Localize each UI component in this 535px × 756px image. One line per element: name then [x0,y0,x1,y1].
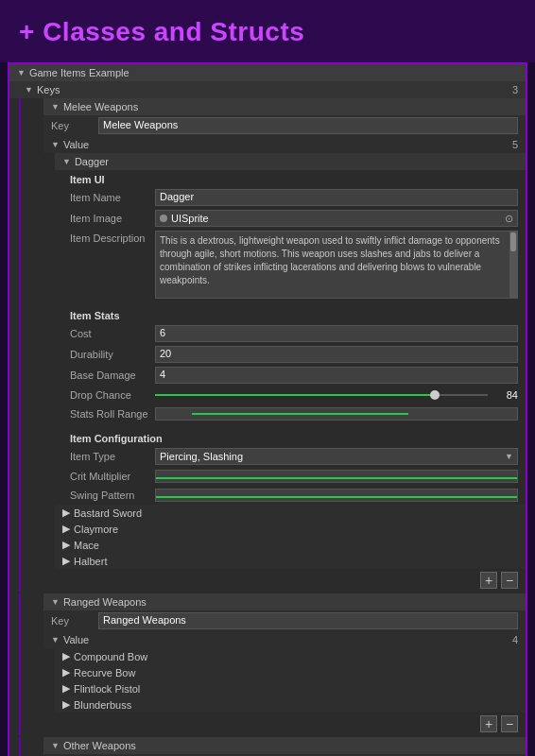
tri-down-icon: ▼ [17,68,26,77]
melee-add-remove: + − [43,569,526,592]
other-weapons-header[interactable]: ▼ Other Weapons [43,737,526,754]
drop-chance-slider[interactable] [155,387,488,403]
base-damage-label: Base Damage [70,369,155,381]
tri-down-value-icon: ▼ [51,140,60,149]
other-weapons-label: Other Weapons [63,740,136,751]
tree-root: ▼ Game Items Example [9,64,526,81]
durability-value: 20 [160,348,171,359]
inspector-panel: ▼ Game Items Example ▼ Keys 3 ▼ Melee We… [8,62,527,756]
melee-weapons-header[interactable]: ▼ Melee Weapons [43,98,526,115]
claymore-item[interactable]: ▶ Claymore [55,521,526,537]
melee-add-button[interactable]: + [480,572,497,589]
stats-roll-field[interactable] [155,407,518,421]
halbert-item[interactable]: ▶ Halbert [55,553,526,569]
melee-value-row: ▼ Value 5 [43,136,526,153]
cost-value: 6 [160,327,165,338]
drop-chance-value: 84 [492,389,518,401]
other-weapons-section: ▼ Other Weapons Key Other Weapons [19,737,526,756]
tri-right-icon-0: ▶ [62,507,70,519]
page-wrapper: + Classes and Structs ▼ Game Items Examp… [0,0,535,756]
ranged-key-row: Key Ranged Weapons [43,610,526,631]
ranged-value-count: 4 [512,634,518,645]
crit-mult-label: Crit Multiplier [70,471,155,482]
mace-item[interactable]: ▶ Mace [55,537,526,553]
bastard-sword-label: Bastard Sword [74,507,142,519]
ranged-remove-button[interactable]: − [501,715,518,732]
ranged-key-field[interactable]: Ranged Weapons [98,612,518,629]
mace-label: Mace [74,540,99,551]
durability-row: Durability 20 [62,344,526,365]
melee-weapons-section: ▼ Melee Weapons Key Melee Weapons ▼ Valu… [19,98,526,592]
claymore-label: Claymore [74,524,118,535]
item-desc-label: Item Description [70,231,155,244]
melee-value-label: Value [63,139,89,150]
item-ui-header: Item UI [62,170,526,187]
melee-remove-button[interactable]: − [501,572,518,589]
tri-right-icon-2: ▶ [62,539,70,551]
desc-scrollbar[interactable] [509,232,517,298]
item-name-field[interactable]: Dagger [155,189,518,206]
ranged-add-button[interactable]: + [480,715,497,732]
recurve-bow-item[interactable]: ▶ Recurve Bow [55,664,526,680]
item-name-value: Dagger [160,191,194,202]
base-damage-value: 4 [160,369,165,380]
crit-mult-line [156,477,517,479]
cost-row: Cost 6 [62,323,526,344]
melee-key-row: Key Melee Weapons [43,115,526,136]
melee-key-field[interactable]: Melee Weapons [98,117,518,134]
swing-pattern-field[interactable] [155,489,518,502]
ranged-value-row: ▼ Value 4 [43,631,526,648]
compound-bow-label: Compound Bow [74,651,147,662]
dagger-header[interactable]: ▼ Dagger [55,153,526,170]
item-config-header-text: Item Configuration [70,433,163,444]
dagger-inspector: Item UI Item Name Dagger Item Image [55,170,526,505]
base-damage-field[interactable]: 4 [155,367,518,384]
base-damage-row: Base Damage 4 [62,365,526,386]
tri-down-keys-icon: ▼ [25,85,33,94]
durability-field[interactable]: 20 [155,346,518,363]
bastard-sword-item[interactable]: ▶ Bastard Sword [55,505,526,521]
melee-value-count: 5 [512,139,518,150]
tri-down-ranged-icon: ▼ [51,597,60,607]
tri-down-melee-icon: ▼ [51,102,60,112]
tri-right-ranged-3: ▶ [62,698,70,711]
ranged-value-label: Value [63,634,89,645]
flintlock-pistol-item[interactable]: ▶ Flintlock Pistol [55,680,526,696]
select-icon[interactable]: ⊙ [505,213,513,225]
tri-right-ranged-2: ▶ [62,682,70,695]
page-title: + Classes and Structs [19,17,516,47]
item-type-row: Item Type Piercing, Slashing ▼ [62,446,526,467]
recurve-bow-label: Recurve Bow [74,667,135,679]
tri-down-other-icon: ▼ [51,741,60,750]
item-desc-row: Item Description This is a dextrous, lig… [62,229,526,301]
ranged-weapons-header[interactable]: ▼ Ranged Weapons [43,593,526,610]
tri-right-ranged-0: ▶ [62,650,70,662]
slider-thumb[interactable] [430,390,440,400]
item-stats-header-text: Item Stats [70,310,120,321]
swing-pattern-label: Swing Pattern [70,490,155,501]
item-desc-field[interactable]: This is a dextrous, lightweight weapon u… [155,231,518,299]
dagger-label: Dagger [75,156,109,167]
melee-weapons-label: Melee Weapons [63,101,138,112]
cost-field[interactable]: 6 [155,325,518,342]
drop-chance-row: Drop Chance 84 [62,386,526,404]
stats-roll-row: Stats Roll Range [62,404,526,423]
durability-label: Durability [70,349,155,360]
compound-bow-item[interactable]: ▶ Compound Bow [55,648,526,664]
item-ui-header-text: Item UI [70,174,105,185]
swing-pattern-line [156,496,517,498]
root-label: Game Items Example [29,67,129,78]
item-stats-header: Item Stats [62,306,526,323]
ranged-weapons-section: ▼ Ranged Weapons Key Ranged Weapons ▼ Va… [19,593,526,735]
slider-fill [155,394,435,396]
desc-scrollbar-thumb [510,232,516,251]
crit-mult-row: Crit Multiplier [62,467,526,486]
item-type-dropdown[interactable]: Piercing, Slashing ▼ [155,448,518,465]
item-image-field[interactable]: UISprite ⊙ [155,210,518,227]
chevron-down-icon: ▼ [505,452,513,461]
keys-label: Keys [37,84,60,95]
ranged-add-remove: + − [43,713,526,735]
crit-mult-field[interactable] [155,470,518,483]
item-config-header: Item Configuration [62,429,526,446]
blunderbuss-item[interactable]: ▶ Blunderbuss [55,696,526,713]
